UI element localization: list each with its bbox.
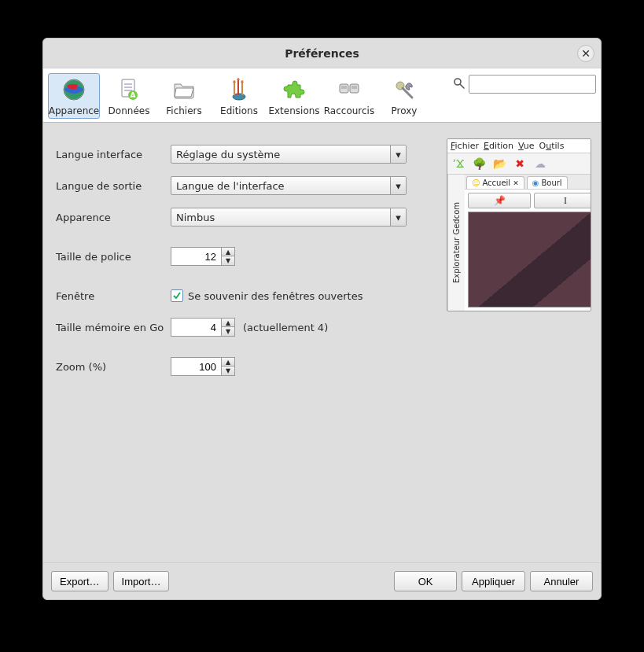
row-taille-memoire: Taille mémoire en Go ▲ ▼ (actuellement 4… [53,311,430,343]
cancel-button[interactable]: Annuler [530,571,593,591]
row-fenetre: Fenêtre Se souvenir des fenêtres ouverte… [53,280,430,311]
content-area: Langue interface Réglage du système ▾ La… [43,123,601,562]
svg-rect-8 [241,83,243,95]
toolbar-tab-editions[interactable]: Editions [213,73,265,119]
svg-rect-6 [234,83,235,95]
toolbar-tab-label: Extensions [268,105,319,116]
spinner-taille-memoire: ▲ ▼ [171,318,235,337]
preview-menu-fichier[interactable]: FFichierichier [451,141,479,151]
chevron-down-icon: ▾ [390,146,406,163]
toolbar-tab-apparence[interactable]: Apparence [48,73,100,119]
spin-up[interactable]: ▲ [222,319,234,327]
toolbar-tab-label: Editions [220,105,258,116]
preview-side-tab[interactable]: Explorateur Gedcom [447,175,465,311]
toolbar-tab-fichiers[interactable]: Fichiers [158,73,210,119]
toolbar-tab-extensions[interactable]: Extensions [268,73,320,119]
label-apparence: Apparence [53,212,171,223]
preview-tab-bourl[interactable]: ◉ Bourl [527,176,568,189]
row-langue-interface: Langue interface Réglage du système ▾ [53,138,430,170]
search-icon [453,77,466,92]
svg-text:A: A [131,91,136,99]
spin-up[interactable]: ▲ [222,248,234,256]
label-fenetre: Fenêtre [53,290,171,302]
checkbox-fenetre[interactable] [171,289,183,302]
search-area [453,75,596,94]
memory-note: (actuellement 4) [243,322,328,333]
spinner-buttons: ▲ ▼ [221,357,235,376]
combo-apparence[interactable]: Nimbus ▾ [171,208,407,227]
preview-tab-accueil[interactable]: ☺ Accueil ✕ [466,176,524,189]
preview-toolbar: ՚Ϫ 🌳 📂 ✖ ☁ [447,153,591,175]
row-langue-sortie: Langue de sortie Langue de l'interface ▾ [53,170,430,201]
folder-open-icon[interactable]: 📂 [491,156,507,171]
label-langue-interface: Langue interface [53,149,171,160]
spinner-zoom: ▲ ▼ [171,357,235,376]
toolbar-tab-label: Fichiers [166,105,201,116]
keyboard-icon [337,77,362,102]
row-taille-police: Taille de police ▲ ▼ [53,233,430,280]
preview-panel: FFichierichier Edition Vue Outils ՚Ϫ 🌳 📂… [447,138,591,311]
spin-down[interactable]: ▼ [222,327,234,336]
export-button[interactable]: Export… [51,571,109,591]
chevron-down-icon: ▾ [390,177,406,194]
spin-down[interactable]: ▼ [222,367,234,375]
preview-content: 📌 I ⚠ [465,190,591,311]
combo-value: Nimbus [176,212,215,223]
titlebar: Préférences ✕ [43,39,601,68]
import-button[interactable]: Import… [113,571,170,591]
tree-icon[interactable]: 🌳 [471,156,487,171]
document-icon: A [116,77,142,102]
checkbox-label: Se souvenir des fenêtres ouvertes [188,290,363,302]
preferences-window: Préférences ✕ Apparence A [42,38,602,600]
preview-image [468,212,591,308]
label-langue-sortie: Langue de sortie [53,180,171,192]
combo-value: Langue de l'interface [176,180,285,192]
toolbar: Apparence A Données Fichiers [43,68,601,123]
spin-down[interactable]: ▼ [222,256,234,265]
apply-button[interactable]: Appliquer [462,571,525,591]
preview-column: FFichierichier Edition Vue Outils ՚Ϫ 🌳 📂… [440,138,591,554]
toolbar-tab-label: Apparence [49,105,99,116]
globe-icon [61,77,86,102]
delete-icon[interactable]: ✖ [512,156,528,171]
pin-icon[interactable]: 📌 [468,193,531,208]
sprout-icon[interactable]: ՚Ϫ [451,156,466,171]
toolbar-tab-label: Données [109,105,150,116]
toolbar-tab-proxy[interactable]: Proxy [378,73,430,119]
label-taille-police: Taille de police [53,251,171,263]
chevron-down-icon: ▾ [390,208,406,226]
preview-menu-edition[interactable]: Edition [484,141,513,151]
input-taille-memoire[interactable] [171,318,221,337]
toolbar-tab-donnees[interactable]: A Données [103,73,155,119]
combo-langue-interface[interactable]: Réglage du système ▾ [171,145,407,164]
input-zoom[interactable] [171,357,221,376]
toolbar-tab-label: Raccourcis [324,105,374,116]
preview-menubar: FFichierichier Edition Vue Outils [447,139,591,153]
folder-icon [171,77,197,102]
preview-tabs: ☺ Accueil ✕ ◉ Bourl [465,175,591,190]
preview-tab-label: Bourl [541,179,561,187]
preview-menu-vue[interactable]: Vue [518,141,535,151]
combo-langue-sortie[interactable]: Langue de l'interface ▾ [171,176,407,195]
preview-menu-outils[interactable]: Outils [539,141,565,151]
spin-up[interactable]: ▲ [222,358,234,367]
svg-rect-12 [351,86,357,89]
combo-value: Réglage du système [176,149,280,160]
label-zoom: Zoom (%) [53,361,171,373]
close-button[interactable]: ✕ [577,45,594,62]
toolbar-tab-raccourcis[interactable]: Raccourcis [323,73,375,119]
toolbar-tab-label: Proxy [392,105,418,116]
footer: Export… Import… OK Appliquer Annuler [43,562,601,599]
text-cursor-icon[interactable]: I [534,193,591,208]
spinner-taille-police: ▲ ▼ [171,247,235,266]
search-input[interactable] [469,75,596,94]
cloud-icon[interactable]: ☁ [532,156,548,171]
ok-button[interactable]: OK [394,571,457,591]
input-taille-police[interactable] [171,247,221,266]
close-icon[interactable]: ✕ [513,179,519,187]
svg-rect-7 [237,80,239,95]
form-column: Langue interface Réglage du système ▾ La… [53,138,430,554]
spinner-buttons: ▲ ▼ [221,318,235,337]
row-apparence: Apparence Nimbus ▾ [53,201,430,233]
puzzle-icon [282,77,307,102]
